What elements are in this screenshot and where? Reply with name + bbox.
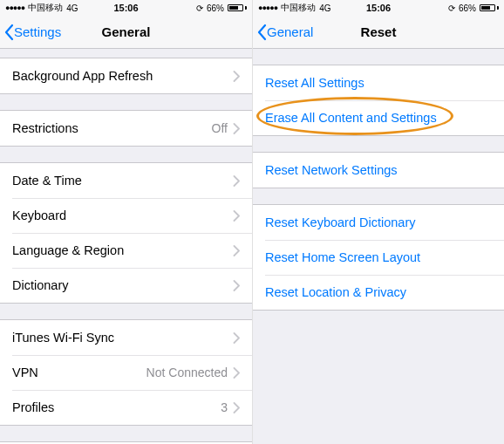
back-button[interactable]: General <box>253 24 313 41</box>
settings-list[interactable]: Background App RefreshRestrictionsOffDat… <box>0 49 252 444</box>
row-dictionary[interactable]: Dictionary <box>0 268 252 303</box>
row-label: Dictionary <box>12 278 233 292</box>
row-value: Off <box>212 121 228 135</box>
settings-group: Reset All SettingsErase All Content and … <box>253 65 504 136</box>
row-label: Background App Refresh <box>12 69 233 83</box>
row-keyboard[interactable]: Keyboard <box>0 198 252 233</box>
row-label: Erase All Content and Settings <box>265 111 492 125</box>
row-label: Reset Location & Privacy <box>265 285 492 299</box>
chevron-left-icon <box>3 24 14 41</box>
row-background-app-refresh[interactable]: Background App Refresh <box>0 58 252 93</box>
settings-group: iTunes Wi-Fi SyncVPNNot ConnectedProfile… <box>0 319 252 426</box>
chevron-right-icon <box>233 245 240 256</box>
chevron-right-icon <box>233 210 240 222</box>
row-label: Keyboard <box>12 208 233 222</box>
row-reset-home-screen-layout[interactable]: Reset Home Screen Layout <box>253 240 504 275</box>
chevron-right-icon <box>233 332 240 344</box>
row-profiles[interactable]: Profiles3 <box>0 390 252 425</box>
settings-group: Date & TimeKeyboardLanguage & RegionDict… <box>0 162 252 304</box>
nav-bar: Settings General <box>0 16 252 49</box>
row-label: Date & Time <box>12 174 233 188</box>
row-label: Reset Network Settings <box>265 163 492 177</box>
status-bar: ●●●●● 中国移动 4G 15:06 ⟳ 66% <box>0 0 252 16</box>
phone-reset: ●●●●● 中国移动 4G 15:06 ⟳ 66% General Reset … <box>252 0 504 444</box>
row-reset-location-privacy[interactable]: Reset Location & Privacy <box>253 275 504 310</box>
phone-general: ●●●●● 中国移动 4G 15:06 ⟳ 66% Settings Gener… <box>0 0 252 444</box>
settings-group: RestrictionsOff <box>0 110 252 147</box>
row-label: Reset Home Screen Layout <box>265 250 492 264</box>
row-reset-keyboard-dictionary[interactable]: Reset Keyboard Dictionary <box>253 205 504 240</box>
row-label: Language & Region <box>12 243 233 257</box>
row-reset-network-settings[interactable]: Reset Network Settings <box>253 153 504 188</box>
status-bar: ●●●●● 中国移动 4G 15:06 ⟳ 66% <box>253 0 504 16</box>
chevron-right-icon <box>233 123 240 134</box>
back-button[interactable]: Settings <box>0 24 61 41</box>
row-label: Restrictions <box>12 121 212 135</box>
row-label: Reset Keyboard Dictionary <box>265 215 492 229</box>
row-itunes-wi-fi-sync[interactable]: iTunes Wi-Fi Sync <box>0 320 252 355</box>
row-erase-all-content-and-settings[interactable]: Erase All Content and Settings <box>253 100 504 135</box>
reset-list[interactable]: Reset All SettingsErase All Content and … <box>253 49 504 444</box>
settings-group: Reset Keyboard DictionaryReset Home Scre… <box>253 204 504 311</box>
row-restrictions[interactable]: RestrictionsOff <box>0 111 252 146</box>
settings-group: Background App Refresh <box>0 58 252 94</box>
chevron-right-icon <box>233 367 240 379</box>
row-label: Reset All Settings <box>265 76 492 90</box>
row-label: VPN <box>12 365 146 379</box>
status-time: 15:06 <box>0 3 252 13</box>
row-label: iTunes Wi-Fi Sync <box>12 331 233 345</box>
row-reset-all-settings[interactable]: Reset All Settings <box>253 65 504 100</box>
status-time: 15:06 <box>253 3 504 13</box>
back-label: General <box>267 24 313 39</box>
back-label: Settings <box>14 24 61 39</box>
settings-group: Reset Network Settings <box>253 152 504 188</box>
chevron-right-icon <box>233 71 240 82</box>
chevron-right-icon <box>233 280 240 291</box>
row-date-time[interactable]: Date & Time <box>0 163 252 198</box>
row-value: Not Connected <box>146 365 228 379</box>
row-vpn[interactable]: VPNNot Connected <box>0 355 252 390</box>
chevron-right-icon <box>233 402 240 413</box>
chevron-left-icon <box>256 24 267 41</box>
nav-bar: General Reset <box>253 16 504 49</box>
chevron-right-icon <box>233 175 240 187</box>
row-language-region[interactable]: Language & Region <box>0 233 252 268</box>
row-value: 3 <box>221 400 228 414</box>
row-label: Profiles <box>12 400 221 414</box>
